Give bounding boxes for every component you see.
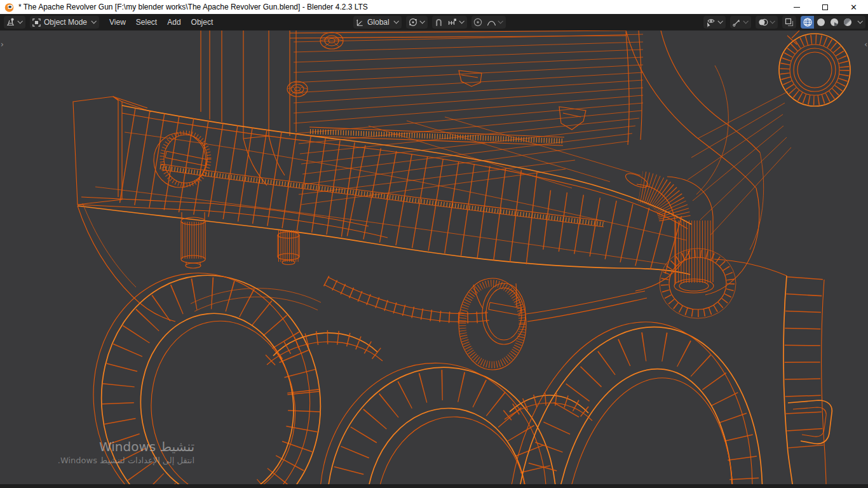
shading-solid-button[interactable] [814, 16, 827, 29]
chevron-down-icon [717, 18, 722, 24]
magnet-icon [434, 18, 444, 27]
frame-right [626, 30, 791, 295]
gizmos-dropdown[interactable] [730, 16, 751, 29]
xray-icon [784, 17, 794, 27]
shading-mode-group [801, 16, 865, 29]
revolver-cylinder [287, 30, 643, 205]
xray-toggle-button[interactable] [782, 16, 796, 29]
orientation-global-icon [355, 18, 365, 27]
overlays-icon [757, 17, 768, 27]
chevron-down-icon [92, 18, 97, 24]
frame-top [201, 30, 626, 186]
menu-object[interactable]: Object [186, 16, 219, 29]
wireframe-model [0, 30, 868, 484]
window-title: * The Apache Revolver Gun [F:\my blender… [18, 3, 368, 11]
snap-toggle-button[interactable] [432, 16, 445, 29]
gizmo-arrow-icon [732, 18, 742, 27]
proportional-editing-icon [473, 17, 483, 27]
chevron-down-icon [419, 18, 424, 24]
viewport-header: Object Mode View Select Add Object Globa… [0, 14, 868, 30]
chevron-down-icon [743, 18, 748, 24]
shading-rendered-button[interactable] [841, 16, 854, 29]
knuckle-ring-right [483, 306, 786, 484]
menu-select[interactable]: Select [131, 16, 162, 29]
shading-material-icon [829, 17, 839, 27]
shading-solid-icon [816, 17, 826, 27]
shading-wireframe-button[interactable] [801, 16, 814, 29]
mode-selector-dropdown[interactable]: Object Mode [30, 16, 99, 29]
transform-orientation-dropdown[interactable]: Global [353, 16, 402, 29]
window-titlebar: * The Apache Revolver Gun [F:\my blender… [0, 0, 868, 14]
minimize-icon [794, 7, 800, 8]
blender-window: * The Apache Revolver Gun [F:\my blender… [0, 0, 868, 488]
chevron-down-icon [17, 18, 22, 24]
frame-beam [73, 97, 691, 274]
status-bar [0, 484, 868, 488]
orientation-label: Global [365, 18, 392, 27]
header-center-controls: Global [353, 16, 506, 29]
shading-rendered-icon [843, 17, 853, 27]
chevron-down-icon [498, 18, 503, 24]
shading-wireframe-icon [803, 17, 813, 27]
chevron-down-icon [393, 18, 398, 24]
falloff-dropdown[interactable] [485, 16, 506, 29]
restore-icon [822, 4, 828, 10]
object-visibility-dropdown[interactable] [703, 16, 726, 29]
chevron-down-icon [770, 18, 775, 24]
chevron-down-icon [459, 18, 464, 24]
editor-type-dropdown[interactable] [4, 16, 25, 29]
knuckle-ring-left [81, 261, 333, 484]
right-bar-hook [714, 259, 832, 484]
pivot-point-dropdown[interactable] [406, 16, 428, 29]
chevron-down-icon [857, 18, 862, 24]
smooth-falloff-icon [487, 18, 496, 27]
sidebar-expand-icon[interactable]: ‹ [864, 41, 867, 48]
menu-add[interactable]: Add [162, 16, 186, 29]
blender-logo-icon [4, 3, 14, 12]
close-button[interactable]: ✕ [839, 0, 868, 14]
restore-button[interactable] [811, 0, 839, 14]
header-right-controls [703, 16, 865, 29]
viewport-3d[interactable]: › ‹ تنشيط Windows انتقل إلى الإعدادات لت… [0, 30, 868, 484]
shading-dropdown[interactable] [854, 16, 865, 29]
knurled-knob-top-right [779, 30, 850, 106]
snapping-group [432, 16, 467, 29]
snap-target-dropdown[interactable] [445, 16, 467, 29]
window-controls: ✕ [782, 0, 868, 14]
close-icon: ✕ [850, 3, 857, 11]
snap-increment-icon [447, 17, 458, 27]
show-object-types-icon [705, 17, 716, 27]
object-mode-icon [32, 18, 41, 27]
overlays-dropdown[interactable] [756, 16, 778, 29]
proportional-editing-group [471, 16, 506, 29]
toolbar-expand-icon[interactable]: › [1, 41, 4, 48]
ring-arches [267, 333, 592, 421]
minimize-button[interactable] [782, 0, 811, 14]
knuckle-ring-middle [313, 357, 563, 484]
shading-material-button[interactable] [827, 16, 841, 29]
center-screw-knob [459, 278, 526, 370]
menu-view[interactable]: View [104, 16, 131, 29]
proportional-editing-toggle[interactable] [471, 16, 485, 29]
editor-3d-viewport-icon [6, 17, 16, 27]
pivot-point-icon [408, 17, 418, 27]
mode-label: Object Mode [41, 18, 90, 27]
